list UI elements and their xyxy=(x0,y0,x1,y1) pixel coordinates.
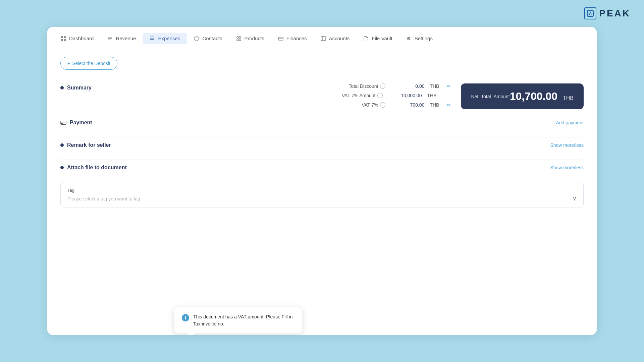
vat-value: 700.00 xyxy=(391,102,424,108)
nav-finances-label: Finances xyxy=(286,36,307,41)
nav-contacts[interactable]: Contacts xyxy=(187,33,229,44)
attach-dot xyxy=(60,166,64,169)
remark-show-more[interactable]: Show more/less xyxy=(550,142,584,148)
svg-rect-19 xyxy=(321,37,326,41)
summary-rows: Total Discount i 0.00 THB ✏ VAT 7% Amoun… xyxy=(188,83,451,108)
tooltip-info-icon: i xyxy=(182,314,189,321)
content-area: + Select the Deposit Summary Total Disco… xyxy=(47,50,597,335)
net-total-label: Net_Total_Amount xyxy=(471,94,509,99)
discount-info-icon[interactable]: i xyxy=(380,83,385,89)
dashboard-icon xyxy=(60,36,66,42)
tag-label: Tag xyxy=(67,188,577,193)
logo-icon: A xyxy=(584,7,596,19)
svg-rect-14 xyxy=(239,37,241,38)
remark-dot xyxy=(60,143,64,147)
net-total-currency: THB xyxy=(563,95,574,101)
payment-icon xyxy=(60,120,66,126)
nav-finances[interactable]: Finances xyxy=(271,33,314,44)
logo-text: PEAK xyxy=(599,8,631,19)
svg-rect-17 xyxy=(278,37,283,40)
nav-contacts-label: Contacts xyxy=(202,36,222,41)
svg-marker-12 xyxy=(194,36,199,41)
nav-accounts[interactable]: Accounts xyxy=(314,33,357,44)
main-card: Dashboard Revenue Expenses xyxy=(47,27,597,335)
svg-rect-5 xyxy=(64,39,66,41)
select-deposit-label: Select the Deposit xyxy=(72,61,110,66)
svg-rect-15 xyxy=(237,39,238,41)
svg-rect-3 xyxy=(64,36,66,38)
expenses-icon xyxy=(149,36,155,42)
nav-file-vault[interactable]: File Vault xyxy=(356,33,399,44)
summary-row-vat: VAT 7% i 700.00 THB ✏ xyxy=(188,102,451,108)
chevron-down-icon: ∨ xyxy=(573,195,577,202)
svg-text:A: A xyxy=(589,11,592,15)
svg-rect-21 xyxy=(61,121,66,125)
nav-expenses[interactable]: Expenses xyxy=(143,33,187,44)
svg-rect-4 xyxy=(61,39,63,41)
select-deposit-button[interactable]: + Select the Deposit xyxy=(60,57,117,70)
tooltip-popup: i This document has a VAT amount. Please… xyxy=(174,307,302,334)
tooltip-arrow xyxy=(188,334,195,335)
payment-title: Payment xyxy=(70,120,92,126)
summary-row-vat-amount: VAT 7% Amount i 10,000.00 THB xyxy=(188,93,451,98)
svg-rect-2 xyxy=(61,36,63,38)
total-discount-value: 0.00 xyxy=(391,83,424,89)
remark-header: Remark for seller Show more/less xyxy=(60,137,584,153)
nav-settings-label: Settings xyxy=(415,36,433,41)
finances-icon xyxy=(278,36,284,42)
add-payment-button[interactable]: Add payment xyxy=(556,120,584,125)
attach-file-section: Attach file to document Show more/less xyxy=(60,160,584,175)
logo-area: A PEAK xyxy=(584,7,631,19)
vat-edit-icon[interactable]: ✏ xyxy=(447,102,451,108)
discount-edit-icon[interactable]: ✏ xyxy=(447,83,451,89)
vat-amount-info-icon[interactable]: i xyxy=(377,93,383,98)
nav-file-vault-label: File Vault xyxy=(372,36,392,41)
vat-amount-currency: THB xyxy=(427,93,439,98)
nav-expenses-label: Expenses xyxy=(158,36,180,41)
nav-products-label: Products xyxy=(245,36,264,41)
summary-title: Summary xyxy=(67,85,92,91)
nav-dashboard-label: Dashboard xyxy=(69,36,94,41)
vat-label: VAT 7% i xyxy=(362,102,385,108)
plus-icon: + xyxy=(67,61,70,66)
vat-currency: THB xyxy=(430,102,441,108)
tag-placeholder: Please select a tag you want to tag xyxy=(67,196,140,201)
svg-rect-16 xyxy=(239,39,241,41)
nav-bar: Dashboard Revenue Expenses xyxy=(47,27,597,50)
attach-show-more[interactable]: Show more/less xyxy=(550,165,584,170)
attach-file-header: Attach file to document Show more/less xyxy=(60,160,584,175)
tag-input-row[interactable]: Please select a tag you want to tag ∨ xyxy=(67,195,577,202)
summary-dot xyxy=(60,86,64,89)
nav-revenue-label: Revenue xyxy=(116,36,136,41)
nav-products[interactable]: Products xyxy=(229,33,271,44)
vat-amount-value: 10,000.00 xyxy=(388,93,422,98)
file-vault-icon xyxy=(363,36,369,42)
remark-section: Remark for seller Show more/less xyxy=(60,137,584,153)
summary-row-discount: Total Discount i 0.00 THB ✏ xyxy=(188,83,451,89)
nav-settings[interactable]: ⚙ Settings xyxy=(399,33,439,44)
contacts-icon xyxy=(194,36,200,42)
vat-amount-label: VAT 7% Amount i xyxy=(342,93,383,98)
tag-section: Tag Please select a tag you want to tag … xyxy=(60,182,584,207)
settings-icon: ⚙ xyxy=(406,36,412,42)
products-icon xyxy=(236,36,242,42)
summary-section: Summary Total Discount i 0.00 THB ✏ VAT … xyxy=(60,78,584,115)
nav-accounts-label: Accounts xyxy=(329,36,350,41)
remark-title: Remark for seller xyxy=(67,142,111,148)
tooltip-message: This document has a VAT amount. Please F… xyxy=(193,313,294,327)
total-discount-currency: THB xyxy=(430,83,441,89)
net-total-value: 10,700.00 xyxy=(510,90,557,103)
total-discount-label: Total Discount i xyxy=(349,83,386,89)
attach-file-title: Attach file to document xyxy=(67,165,127,171)
payment-header: Payment Add payment xyxy=(60,115,584,130)
revenue-icon xyxy=(107,36,113,42)
accounts-icon xyxy=(320,36,326,42)
nav-dashboard[interactable]: Dashboard xyxy=(54,33,100,44)
vat-info-icon[interactable]: i xyxy=(380,102,385,108)
payment-section: Payment Add payment xyxy=(60,115,584,130)
net-total-card: Net_Total_Amount 10,700.00 THB xyxy=(461,83,584,109)
nav-revenue[interactable]: Revenue xyxy=(100,33,143,44)
svg-rect-13 xyxy=(237,37,238,38)
svg-rect-23 xyxy=(61,123,63,124)
